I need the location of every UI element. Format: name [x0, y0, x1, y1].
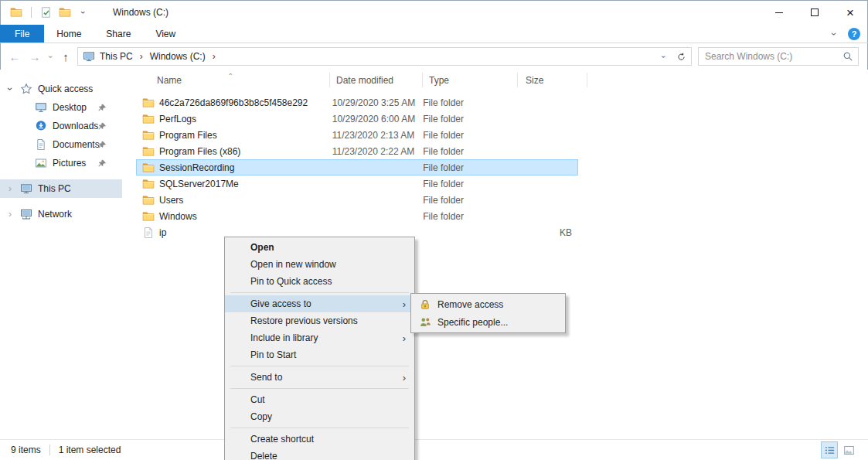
type-cell: File folder [417, 195, 510, 206]
column-header-date-modified[interactable]: Date modified [330, 70, 423, 91]
submenu-chevron-icon: › [403, 332, 406, 344]
minimize-button[interactable] [761, 0, 797, 25]
document-icon [35, 138, 47, 151]
pin-icon [98, 159, 107, 168]
search-input[interactable] [705, 51, 842, 62]
this-pc-icon [83, 50, 95, 63]
column-divider[interactable] [587, 73, 587, 87]
back-button[interactable]: ← [5, 46, 25, 66]
desktop-icon [35, 101, 47, 114]
menu-item-copy[interactable]: Copy [225, 408, 414, 425]
type-cell: File folder [417, 162, 510, 173]
ribbon-spacer [188, 25, 832, 43]
folder-icon [142, 113, 155, 125]
menu-separator [230, 366, 409, 366]
column-header-type[interactable]: Type [423, 70, 518, 91]
close-button[interactable]: × [832, 0, 868, 25]
menu-item-send-to[interactable]: Send to› [225, 369, 414, 386]
chevron-right-icon[interactable]: › [5, 209, 15, 220]
sidebar-item-this-pc[interactable]: ›This PC [0, 179, 122, 198]
menu-item-pin-to-quick-access[interactable]: Pin to Quick access [225, 273, 414, 290]
menu-item-open-in-new-window[interactable]: Open in new window [225, 256, 414, 273]
file-row-windows[interactable]: WindowsFile folder [136, 208, 578, 224]
help-button[interactable]: ? [848, 28, 860, 40]
pin-icon [98, 104, 107, 112]
date-modified-cell: 11/23/2020 2:22 AM [326, 146, 417, 157]
file-name-cell: PerfLogs [136, 113, 326, 125]
file-name-cell: Windows [136, 210, 326, 223]
menu-item-include-in-library[interactable]: Include in library› [225, 329, 414, 346]
file-row-sqlserver2017me[interactable]: SQLServer2017MeFile folder [136, 175, 578, 192]
recent-locations-chevron-icon[interactable]: › [46, 51, 55, 62]
menu-separator [230, 292, 409, 293]
column-header-size[interactable]: Size [518, 70, 587, 91]
new-folder-icon [59, 6, 71, 19]
file-explorer-icon [7, 3, 26, 22]
context-menu: OpenOpen in new windowPin to Quick acces… [224, 237, 415, 460]
pin-icon [98, 122, 107, 131]
file-name-cell: Users [136, 194, 326, 206]
ribbon-tabs: FileHomeShareView [0, 25, 188, 43]
status-bar: 9 items 1 item selected [0, 439, 868, 460]
menu-item-restore-previous-versions[interactable]: Restore previous versions [225, 312, 414, 329]
thumbs-view-icon [843, 445, 855, 456]
submenu-item-remove-access[interactable]: Remove access [411, 295, 565, 313]
pin-icon [98, 122, 107, 131]
file-row-users[interactable]: UsersFile folder [136, 192, 578, 208]
folder-icon [142, 210, 155, 223]
tab-view[interactable]: View [143, 25, 188, 43]
up-button[interactable]: ↑ [56, 46, 76, 66]
tab-home[interactable]: Home [44, 25, 94, 43]
column-header-name[interactable]: › Name [136, 70, 330, 91]
large-icons-view-button[interactable] [840, 441, 857, 458]
refresh-button[interactable] [671, 48, 691, 65]
breadcrumb-chevron-icon[interactable]: › [135, 51, 148, 62]
sidebar-item-network[interactable]: ›Network [0, 205, 122, 223]
title-bar: › Windows (C:) × [0, 0, 868, 25]
menu-item-give-access-to[interactable]: Give access to› [225, 295, 414, 312]
expand-ribbon-chevron-icon[interactable]: › [829, 32, 839, 36]
file-row-program-files-x86[interactable]: Program Files (x86)11/23/2020 2:22 AMFil… [136, 143, 578, 159]
breadcrumb-item-this-pc[interactable]: This PC [97, 51, 135, 62]
file-name-cell: 46c2a726da869f96b3b8c5f458e292 [136, 97, 326, 109]
address-dropdown-chevron-icon[interactable]: › [659, 49, 668, 64]
breadcrumb-chevron-icon[interactable]: › [208, 51, 220, 62]
menu-item-pin-to-start[interactable]: Pin to Start [225, 346, 414, 363]
column-headers: › Name Date modified Type Size [136, 70, 868, 91]
qat-new-folder-button[interactable] [56, 3, 74, 22]
type-cell: File folder [417, 211, 510, 222]
sidebar-item-pictures[interactable]: Pictures [0, 154, 122, 172]
file-row-program-files[interactable]: Program Files11/23/2020 2:13 AMFile fold… [136, 127, 578, 143]
tab-file[interactable]: File [0, 25, 44, 43]
lock-icon [419, 298, 431, 311]
submenu-item-specific-people[interactable]: Specific people... [411, 313, 565, 331]
file-row-sessionrecording[interactable]: SessionRecordingFile folder [136, 159, 578, 175]
file-row-46c2a726da869f96b3b8c5f458e292[interactable]: 46c2a726da869f96b3b8c5f458e29210/29/2020… [136, 94, 578, 111]
date-modified-cell: 10/29/2020 3:25 AM [326, 97, 417, 108]
address-box[interactable]: This PC›Windows (C:)› › [77, 47, 692, 66]
menu-item-open[interactable]: Open [225, 239, 414, 256]
ribbon-tab-bar: FileHomeShareView › ? [0, 25, 868, 43]
chevron-down-icon[interactable]: › [5, 84, 15, 94]
menu-item-cut[interactable]: Cut [225, 391, 414, 408]
star-icon [20, 83, 32, 95]
file-row-perflogs[interactable]: PerfLogs10/29/2020 6:00 AMFile folder [136, 111, 578, 127]
maximize-button[interactable] [797, 0, 832, 25]
menu-item-create-shortcut[interactable]: Create shortcut [225, 431, 414, 448]
details-view-button[interactable] [821, 441, 838, 458]
menu-item-delete[interactable]: Delete [225, 448, 414, 460]
sidebar-item-quick-access[interactable]: ›Quick access [0, 80, 122, 98]
breadcrumb-item-windows-c[interactable]: Windows (C:) [148, 51, 208, 62]
sidebar-item-desktop[interactable]: Desktop [0, 98, 122, 117]
sidebar-item-documents[interactable]: Documents [0, 135, 122, 154]
chevron-right-icon[interactable]: › [5, 183, 15, 194]
sidebar-item-downloads[interactable]: Downloads [0, 117, 122, 135]
tab-share[interactable]: Share [94, 25, 143, 43]
qat-check-page-button[interactable] [37, 3, 56, 22]
type-cell: File folder [417, 114, 510, 124]
qat-customize-button[interactable]: › [74, 3, 93, 22]
search-icon [842, 51, 853, 62]
forward-button[interactable]: → [25, 46, 45, 66]
search-box[interactable] [698, 47, 859, 66]
file-explorer-window: { "colors": { "accent_blue": "#1979ca", … [0, 0, 868, 460]
